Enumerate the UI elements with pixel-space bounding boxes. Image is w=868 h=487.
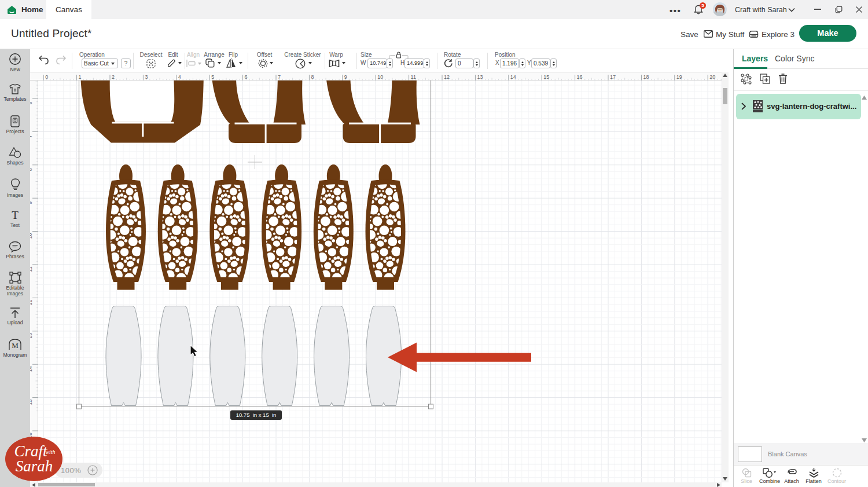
svg-text:10: 10: [30, 233, 33, 239]
svg-text:with: with: [45, 449, 55, 455]
svg-text:11: 11: [30, 266, 33, 272]
svg-text:T: T: [12, 210, 19, 221]
svg-text:14: 14: [30, 366, 33, 372]
svg-text:Sarah: Sarah: [16, 457, 53, 475]
svg-text:15: 15: [30, 400, 33, 405]
svg-text:10.75 in x 15 in: 10.75 in x 15 in: [236, 412, 277, 418]
svg-text:13: 13: [30, 333, 33, 339]
svg-text:9: 9: [30, 202, 33, 204]
svg-text:11: 11: [411, 74, 416, 80]
svg-text:M: M: [12, 341, 19, 350]
svg-text:12: 12: [30, 299, 33, 305]
svg-text:8: 8: [30, 168, 33, 171]
svg-text:7: 7: [30, 135, 33, 138]
svg-text:6: 6: [30, 101, 33, 104]
